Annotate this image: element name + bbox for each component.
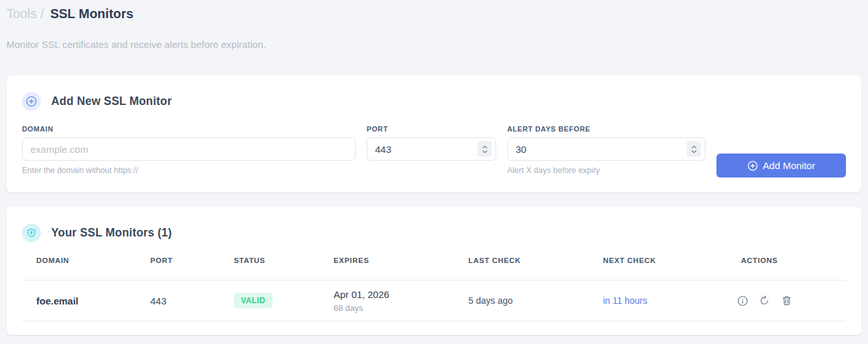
page-title: SSL Monitors	[50, 6, 133, 21]
plus-circle-icon	[22, 92, 41, 111]
column-header-domain: DOMAIN	[36, 257, 150, 264]
refresh-icon[interactable]	[757, 293, 771, 308]
breadcrumb-section[interactable]: Tools	[6, 6, 37, 21]
add-monitor-button-label: Add Monitor	[763, 160, 816, 171]
status-badge: VALID	[234, 293, 273, 308]
column-header-port: PORT	[150, 257, 234, 264]
alert-days-stepper[interactable]	[687, 141, 701, 157]
shield-icon	[22, 224, 41, 242]
delete-icon[interactable]	[779, 293, 794, 308]
monitors-card-header: Your SSL Monitors (1)	[22, 224, 846, 242]
monitor-expires-remaining: 68 days	[334, 303, 468, 313]
column-header-last-check: LAST CHECK	[468, 257, 603, 264]
add-monitor-form: DOMAIN Enter the domain without https://…	[22, 125, 846, 178]
monitor-next-check: in 11 hours	[603, 295, 741, 306]
column-header-actions: ACTIONS	[741, 257, 832, 264]
monitors-table: DOMAIN PORT STATUS EXPIRES LAST CHECK NE…	[22, 257, 846, 321]
monitor-expires-cell: Apr 01, 2026 68 days	[334, 289, 468, 313]
monitor-last-check: 5 days ago	[468, 295, 603, 306]
add-monitor-button[interactable]: Add Monitor	[716, 154, 846, 178]
info-icon[interactable]	[735, 293, 749, 308]
monitors-table-header: DOMAIN PORT STATUS EXPIRES LAST CHECK NE…	[22, 257, 846, 281]
column-header-next-check: NEXT CHECK	[603, 257, 741, 264]
monitor-expires-date: Apr 01, 2026	[334, 289, 468, 300]
port-field-group: PORT	[367, 125, 496, 161]
column-header-status: STATUS	[234, 257, 334, 264]
domain-field-group: DOMAIN Enter the domain without https://	[22, 125, 356, 175]
monitor-domain: foe.email	[36, 295, 150, 306]
table-row: foe.email 443 VALID Apr 01, 2026 68 days…	[22, 281, 846, 321]
alert-days-input[interactable]	[507, 137, 705, 161]
alert-days-helper: Alert X days before expiry	[507, 166, 705, 175]
add-monitor-card-header: Add New SSL Monitor	[22, 92, 846, 111]
port-stepper[interactable]	[477, 141, 492, 157]
domain-helper: Enter the domain without https://	[22, 166, 356, 175]
alert-days-field-group: ALERT DAYS BEFORE Alert X days before ex…	[507, 125, 705, 175]
ssl-monitors-page: Tools / SSL Monitors Monitor SSL certifi…	[0, 0, 868, 335]
breadcrumb: Tools / SSL Monitors	[6, 5, 862, 23]
alert-days-label: ALERT DAYS BEFORE	[507, 125, 705, 133]
monitor-status-cell: VALID	[234, 293, 334, 308]
page-subtitle: Monitor SSL certificates and receive ale…	[6, 39, 862, 50]
domain-label: DOMAIN	[22, 125, 356, 133]
monitor-port: 443	[150, 295, 234, 306]
column-header-expires: EXPIRES	[334, 257, 468, 264]
port-input[interactable]	[367, 137, 496, 161]
add-monitor-card: Add New SSL Monitor DOMAIN Enter the dom…	[6, 75, 862, 192]
port-label: PORT	[367, 125, 496, 133]
plus-circle-icon	[748, 161, 758, 171]
monitors-card: Your SSL Monitors (1) DOMAIN PORT STATUS…	[6, 207, 862, 335]
add-monitor-title: Add New SSL Monitor	[51, 95, 172, 108]
monitors-title: Your SSL Monitors (1)	[51, 226, 172, 240]
domain-input[interactable]	[22, 137, 356, 161]
monitor-actions-cell	[735, 293, 832, 308]
breadcrumb-separator: /	[40, 6, 44, 21]
